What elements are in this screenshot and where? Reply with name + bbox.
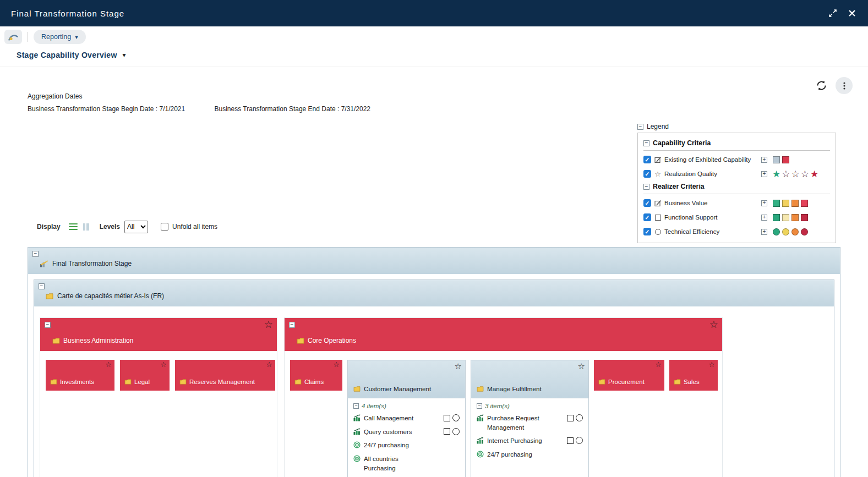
- favorite-star-icon[interactable]: ☆: [105, 360, 112, 369]
- capability-panel-manage-fulfillment[interactable]: ☆ Manage Fulfillment 3 item(s): [471, 360, 589, 477]
- favorite-star-icon[interactable]: ☆: [455, 361, 462, 371]
- capability-item[interactable]: 24/7 purchasing: [477, 450, 583, 459]
- refresh-icon: [816, 80, 827, 91]
- unfold-checkbox[interactable]: [161, 223, 168, 231]
- list-view-icon: [69, 223, 78, 231]
- favorite-star-icon[interactable]: ☆: [578, 361, 585, 371]
- collapse-icon[interactable]: [289, 322, 295, 328]
- legend-checkbox[interactable]: [643, 170, 651, 178]
- folder-icon: [294, 379, 302, 385]
- more-options-button[interactable]: [836, 77, 853, 94]
- capability-sales[interactable]: ☆ Sales: [669, 360, 718, 391]
- favorite-star-icon[interactable]: ☆: [708, 360, 715, 369]
- item-label: Query customers: [364, 427, 412, 437]
- collapse-icon[interactable]: [477, 403, 482, 409]
- legend-checkbox[interactable]: [643, 213, 651, 221]
- collapse-icon[interactable]: [39, 283, 45, 289]
- color-swatch: [801, 228, 808, 235]
- functional-support-indicator: [444, 415, 450, 421]
- grid-view-button[interactable]: [82, 222, 90, 232]
- capability-header[interactable]: ☆ Core Operations: [285, 318, 722, 351]
- rating-star: ☆: [791, 169, 800, 179]
- close-icon: [848, 9, 856, 17]
- favorite-star-icon[interactable]: ☆: [266, 360, 272, 369]
- expand-icon[interactable]: [761, 200, 767, 206]
- expand-icon[interactable]: [761, 229, 767, 235]
- capability-item[interactable]: Query customers: [353, 427, 460, 437]
- expand-icon[interactable]: [761, 215, 767, 221]
- legend-checkbox[interactable]: [643, 228, 651, 235]
- legend-section-title: Capability Criteria: [653, 139, 711, 147]
- rating-star: ☆: [782, 169, 790, 179]
- app-icon-button[interactable]: [4, 30, 22, 44]
- color-swatch: [791, 228, 799, 235]
- legend-checkbox[interactable]: [643, 199, 651, 207]
- capability-header[interactable]: ☆ Business Administration: [40, 318, 277, 351]
- capability-item[interactable]: 24/7 purchasing: [353, 441, 460, 450]
- capability-legal[interactable]: ☆ Legal: [120, 360, 170, 391]
- item-count: 3 item(s): [485, 403, 510, 409]
- capability-claims[interactable]: ☆ Claims: [290, 360, 342, 391]
- collapse-icon[interactable]: [353, 403, 359, 409]
- collapse-icon[interactable]: [643, 140, 649, 146]
- legend-checkbox[interactable]: [643, 156, 651, 163]
- stage-title: Final Transformation Stage: [52, 260, 132, 267]
- favorite-star-icon[interactable]: ☆: [333, 360, 340, 369]
- color-swatch: [782, 214, 789, 221]
- expand-icon[interactable]: [761, 171, 767, 177]
- legend-section-realizer-criteria: Realizer Criteria: [643, 181, 830, 192]
- collapse-icon[interactable]: [643, 184, 649, 190]
- legend-row-realization-quality: ☆ Realization Quality ★ ☆ ☆ ☆ ★: [643, 167, 830, 181]
- capability-item[interactable]: All countries Purchasing: [353, 454, 460, 473]
- stage-header: Final Transformation Stage: [28, 248, 840, 274]
- color-swatch: [801, 214, 808, 221]
- legend-row-business-value: Business Value: [643, 196, 830, 210]
- functional-support-indicator: [444, 428, 450, 435]
- favorite-star-icon[interactable]: ☆: [264, 320, 273, 330]
- divider: [643, 150, 830, 151]
- expand-icon[interactable]: [761, 157, 767, 163]
- capability-item[interactable]: Internet Purchasing: [477, 436, 583, 446]
- capability-header[interactable]: ☆ Manage Fulfillment: [471, 360, 588, 398]
- capability-panel-customer-management[interactable]: ☆ Customer Management 4 item(s): [347, 360, 466, 477]
- star-icon: ☆: [653, 170, 662, 178]
- toolbar-separator: [28, 32, 28, 42]
- item-label: All countries Purchasing: [364, 454, 422, 473]
- page-title-row[interactable]: Stage Capability Overview ▾: [17, 51, 126, 59]
- business-chart-icon: [477, 414, 484, 421]
- capability-item[interactable]: Call Management: [353, 414, 460, 423]
- circle-icon: [655, 229, 661, 235]
- collapse-icon[interactable]: [45, 322, 51, 328]
- color-swatch: [791, 214, 799, 221]
- functional-support-indicator: [567, 437, 574, 444]
- legend-label: Existing of Exhibited Capability: [664, 156, 759, 163]
- item-label: Call Management: [364, 414, 413, 423]
- maximize-button[interactable]: [827, 8, 838, 19]
- capability-reserves-management[interactable]: ☆ Reserves Management: [175, 360, 275, 391]
- item-label: Purchase Request Management: [487, 414, 545, 432]
- close-button[interactable]: [847, 8, 857, 18]
- levels-select[interactable]: All: [124, 221, 148, 233]
- capability-block-business-administration[interactable]: ☆ Business Administration ☆: [40, 317, 277, 477]
- capability-investments[interactable]: ☆ Investments: [46, 360, 114, 391]
- collapse-icon[interactable]: [637, 124, 643, 130]
- favorite-star-icon[interactable]: ☆: [655, 360, 662, 369]
- folder-icon: [52, 338, 60, 344]
- list-view-button[interactable]: [68, 222, 79, 232]
- favorite-star-icon[interactable]: ☆: [160, 360, 167, 369]
- capability-block-core-operations[interactable]: ☆ Core Operations ☆ Claims: [284, 317, 723, 477]
- capability-label: Sales: [684, 379, 700, 385]
- legend-label: Functional Support: [664, 214, 759, 221]
- collapse-icon[interactable]: [32, 251, 39, 257]
- capability-title: Business Administration: [63, 337, 133, 344]
- window-title: Final Transformation Stage: [11, 9, 124, 18]
- favorite-star-icon[interactable]: ☆: [709, 320, 718, 330]
- submap-title: Carte de capacités métier As-Is (FR): [57, 292, 164, 300]
- capability-procurement[interactable]: ☆ Procurement: [594, 360, 664, 391]
- capability-item[interactable]: Purchase Request Management: [477, 414, 583, 432]
- reporting-dropdown[interactable]: Reporting ▾: [34, 30, 86, 44]
- capability-label: Procurement: [608, 379, 645, 385]
- legend-row-technical-efficiency: Technical Efficiency: [643, 224, 830, 239]
- refresh-button[interactable]: [815, 79, 828, 92]
- capability-header[interactable]: ☆ Customer Management: [348, 360, 465, 398]
